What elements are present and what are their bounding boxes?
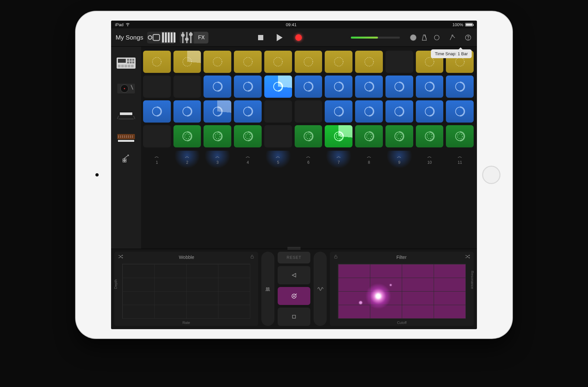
column-trigger[interactable]: ︿9	[385, 151, 413, 168]
loop-cell[interactable]	[173, 51, 201, 73]
loop-cell[interactable]	[385, 125, 413, 147]
empty-cell[interactable]	[143, 125, 171, 147]
gate-strip[interactable]	[261, 252, 274, 326]
loop-cell[interactable]	[385, 100, 413, 123]
chevron-up-icon: ︿	[155, 154, 159, 160]
svg-rect-19	[132, 59, 134, 61]
loop-cell[interactable]	[446, 100, 474, 123]
column-trigger[interactable]: ︿5	[264, 151, 292, 168]
stop-button[interactable]	[255, 32, 266, 43]
track-fx-arranger[interactable]	[111, 150, 141, 167]
my-songs-button[interactable]: My Songs	[116, 34, 143, 41]
loop-cell[interactable]	[204, 76, 231, 98]
loop-cell[interactable]	[416, 100, 444, 123]
svg-point-76	[336, 134, 341, 139]
metronome-button[interactable]	[420, 33, 429, 42]
svg-point-9	[186, 38, 188, 40]
column-trigger[interactable]: ︿1	[143, 151, 171, 168]
track-keyboard[interactable]	[111, 100, 141, 125]
loop-cell[interactable]	[295, 76, 322, 98]
loop-cell[interactable]	[355, 125, 383, 147]
home-button[interactable]	[482, 166, 500, 184]
svg-point-12	[452, 35, 453, 36]
stop-fx-button[interactable]	[278, 308, 310, 326]
loop-cell[interactable]	[173, 125, 201, 147]
column-trigger[interactable]: ︿11	[446, 151, 474, 168]
volume-slider[interactable]	[351, 35, 416, 41]
loop-cell[interactable]	[234, 100, 262, 123]
track-synth[interactable]	[111, 125, 141, 150]
column-trigger[interactable]: ︿6	[295, 151, 322, 168]
column-trigger[interactable]: ︿2	[173, 151, 201, 168]
loop-cell[interactable]	[264, 76, 292, 98]
loop-cell[interactable]	[234, 125, 262, 147]
lock-icon[interactable]	[250, 254, 255, 260]
loop-cell[interactable]	[143, 100, 171, 123]
loop-cell[interactable]	[295, 51, 322, 73]
column-trigger[interactable]: ︿4	[234, 151, 262, 168]
empty-cell[interactable]	[295, 100, 322, 123]
reverse-button[interactable]	[278, 266, 310, 284]
wobble-title: Wobble	[179, 255, 194, 260]
browser-view-button[interactable]	[147, 32, 161, 43]
column-trigger[interactable]: ︿8	[355, 151, 383, 168]
empty-cell[interactable]	[264, 100, 292, 123]
loop-cell[interactable]	[446, 76, 474, 98]
play-button[interactable]	[274, 32, 285, 43]
loop-cell[interactable]	[325, 76, 352, 98]
loop-cell[interactable]	[416, 125, 444, 147]
mixer-button[interactable]	[180, 32, 194, 43]
filter-x-label: Cutoff	[397, 321, 406, 325]
shuffle-icon[interactable]	[118, 254, 123, 261]
filter-xy-pad[interactable]: Filter Resonance Cutoff	[330, 252, 474, 326]
column-trigger[interactable]: ︿3	[204, 151, 231, 168]
loop-cell[interactable]	[264, 51, 292, 73]
loop-button[interactable]	[433, 33, 441, 42]
svg-rect-5	[168, 32, 170, 42]
loop-cell[interactable]	[325, 125, 352, 147]
loop-cell[interactable]	[416, 76, 444, 98]
column-trigger[interactable]: ︿10	[416, 151, 444, 168]
loop-cell[interactable]	[385, 76, 413, 98]
track-turntable[interactable]	[111, 76, 141, 100]
empty-cell[interactable]	[173, 76, 201, 98]
empty-cell[interactable]	[143, 76, 171, 98]
fx-button[interactable]: FX	[194, 32, 208, 43]
loop-cell[interactable]	[325, 51, 352, 73]
column-trigger[interactable]: ︿7	[325, 151, 352, 168]
settings-button[interactable]	[448, 33, 457, 42]
column-triggers: ︿1︿2︿3︿4︿5︿6︿7︿8︿9︿10︿11	[143, 151, 474, 168]
track-drum-machine[interactable]	[111, 51, 141, 76]
loop-cell[interactable]	[355, 100, 383, 123]
record-button[interactable]	[293, 32, 304, 43]
empty-cell[interactable]	[264, 125, 292, 147]
loop-cell[interactable]	[355, 51, 383, 73]
loop-cell[interactable]	[173, 100, 201, 123]
reset-button[interactable]: RESET	[278, 252, 310, 263]
help-button[interactable]	[464, 33, 472, 42]
fx-panel: Wobble Depth Rate RE	[111, 249, 477, 329]
svg-point-72	[245, 134, 250, 139]
scratch-button[interactable]	[278, 287, 310, 305]
svg-point-10	[190, 33, 192, 35]
lock-icon[interactable]	[333, 254, 338, 260]
svg-point-39	[153, 58, 161, 66]
loop-cell[interactable]	[204, 51, 231, 73]
loop-cell[interactable]	[204, 125, 231, 147]
loop-cell[interactable]	[143, 51, 171, 73]
drag-handle-icon[interactable]	[287, 247, 301, 248]
wave-strip[interactable]	[314, 252, 327, 326]
wobble-xy-pad[interactable]: Wobble Depth Rate	[114, 252, 258, 326]
filter-title: Filter	[396, 255, 406, 260]
shuffle-icon[interactable]	[465, 254, 470, 261]
empty-cell[interactable]	[385, 51, 413, 73]
loop-cell[interactable]	[204, 100, 231, 123]
loop-cell[interactable]	[295, 125, 322, 147]
loop-cell[interactable]	[234, 76, 262, 98]
loop-cell[interactable]	[234, 51, 262, 73]
loop-cell[interactable]	[355, 76, 383, 98]
svg-point-60	[213, 107, 222, 116]
loop-cell[interactable]	[325, 100, 352, 123]
tracks-view-button[interactable]	[161, 32, 176, 43]
loop-cell[interactable]	[446, 125, 474, 147]
